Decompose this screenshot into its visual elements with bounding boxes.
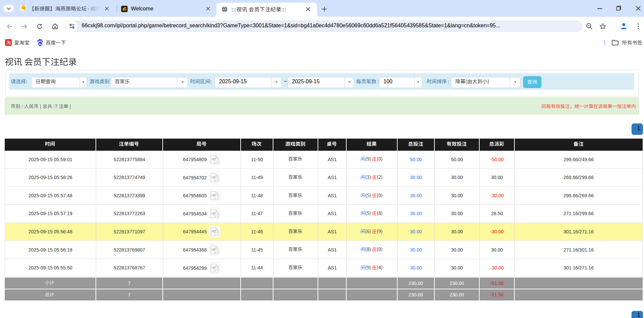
svg-text:du: du [38,42,42,46]
